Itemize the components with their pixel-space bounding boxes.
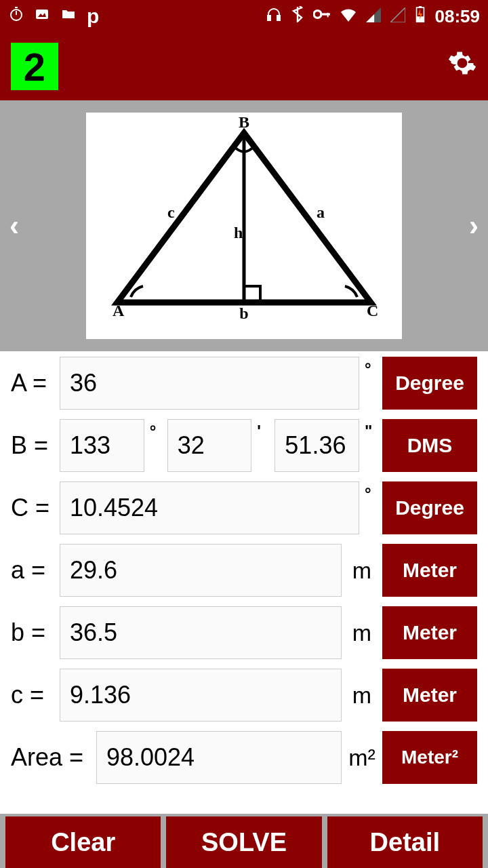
svg-rect-8: [320, 13, 329, 15]
row-side-b: b = 36.5 m Meter: [11, 606, 477, 659]
bottom-bar: Clear SOLVE Detail: [0, 814, 488, 868]
input-side-a[interactable]: 29.6: [60, 544, 342, 597]
headphones-icon: [266, 6, 282, 27]
unit-btn-b[interactable]: Meter: [382, 606, 477, 659]
signal2-icon: [390, 6, 405, 27]
input-angle-A[interactable]: 36: [60, 357, 359, 410]
label-B: B =: [11, 431, 54, 460]
app-bar: 2: [0, 33, 488, 100]
svg-text:a: a: [317, 203, 325, 221]
unit-btn-A[interactable]: Degree: [382, 357, 477, 410]
wifi-icon: [340, 6, 357, 27]
deg-symbol-B: °: [150, 422, 162, 441]
diagram-area: ‹ B A C c a h b ›: [0, 100, 488, 351]
bluetooth-icon: [291, 6, 304, 27]
svg-point-7: [314, 10, 321, 18]
input-angle-C[interactable]: 10.4524: [60, 481, 359, 534]
label-A: A =: [11, 369, 54, 397]
input-B-sec[interactable]: 51.36: [274, 419, 359, 472]
svg-text:h: h: [234, 224, 243, 241]
row-area: Area = 98.0024 m² Meter²: [11, 731, 477, 784]
chevron-left-icon[interactable]: ‹: [9, 210, 19, 242]
svg-rect-1: [15, 7, 18, 8]
status-bar: p 08:59: [0, 0, 488, 33]
svg-text:b: b: [239, 304, 248, 322]
label-C: C =: [11, 494, 54, 522]
triangle-diagram: B A C c a h b: [86, 113, 402, 339]
timer-icon: [8, 6, 24, 27]
unit-btn-c[interactable]: Meter: [382, 669, 477, 722]
solve-button[interactable]: SOLVE: [166, 816, 321, 868]
label-area: Area =: [11, 743, 91, 772]
clear-button[interactable]: Clear: [5, 816, 161, 868]
input-side-c[interactable]: 9.136: [60, 669, 342, 722]
label-b: b =: [11, 618, 54, 647]
row-angle-B: B = 133 ° 32 ' 51.36 " DMS: [11, 419, 477, 472]
unit-c: m: [347, 682, 377, 709]
svg-text:C: C: [367, 302, 378, 319]
unit-btn-area[interactable]: Meter²: [382, 731, 477, 784]
unit-area: m²: [347, 745, 377, 771]
svg-text:c: c: [167, 203, 175, 221]
row-angle-A: A = 36 ° Degree: [11, 357, 477, 410]
svg-rect-9: [327, 12, 328, 17]
input-area[interactable]: 98.0024: [96, 731, 342, 784]
row-angle-C: C = 10.4524 ° Degree: [11, 481, 477, 534]
label-c: c =: [11, 681, 54, 709]
mode-badge[interactable]: 2: [11, 43, 58, 90]
unit-b: m: [347, 620, 377, 646]
p-icon: p: [87, 5, 99, 28]
clock-text: 08:59: [435, 6, 481, 27]
gear-icon[interactable]: [447, 48, 477, 85]
label-a: a =: [11, 556, 54, 585]
chevron-right-icon[interactable]: ›: [469, 210, 479, 242]
image-icon: [34, 6, 50, 27]
row-side-c: c = 9.136 m Meter: [11, 669, 477, 722]
svg-rect-6: [277, 16, 280, 20]
form: A = 36 ° Degree B = 133 ° 32 ' 51.36 " D…: [0, 351, 488, 784]
unit-btn-a[interactable]: Meter: [382, 544, 477, 597]
unit-btn-B[interactable]: DMS: [382, 419, 477, 472]
svg-text:A: A: [113, 302, 125, 319]
svg-rect-5: [268, 16, 270, 20]
input-B-deg[interactable]: 133: [60, 419, 144, 472]
signal-icon: [366, 6, 381, 27]
sec-symbol-B: ": [365, 422, 377, 441]
unit-a: m: [347, 557, 377, 584]
detail-button[interactable]: Detail: [327, 816, 483, 868]
deg-symbol: °: [365, 359, 377, 378]
folder-icon: [60, 6, 77, 27]
row-side-a: a = 29.6 m Meter: [11, 544, 477, 597]
key-icon: [313, 6, 331, 27]
deg-symbol-C: °: [365, 484, 377, 503]
input-B-min[interactable]: 32: [167, 419, 252, 472]
svg-rect-3: [36, 9, 48, 19]
input-side-b[interactable]: 36.5: [60, 606, 342, 659]
battery-icon: [415, 6, 426, 27]
svg-text:B: B: [239, 113, 249, 131]
min-symbol-B: ': [257, 422, 269, 441]
unit-btn-C[interactable]: Degree: [382, 481, 477, 534]
